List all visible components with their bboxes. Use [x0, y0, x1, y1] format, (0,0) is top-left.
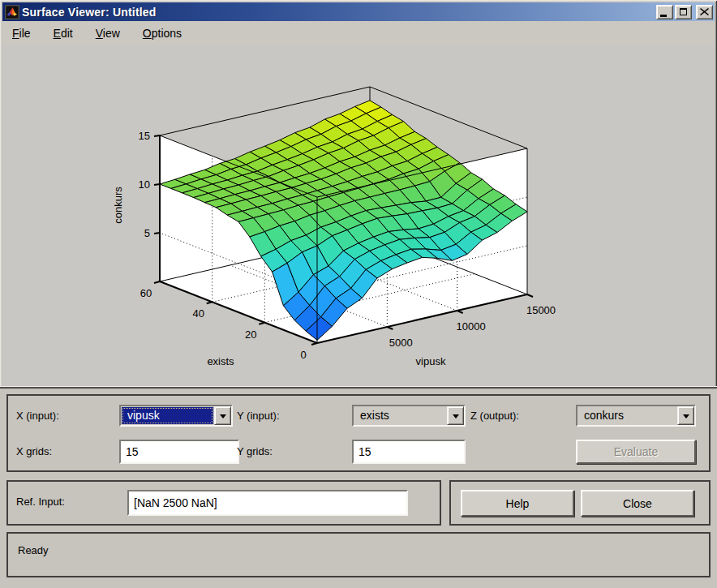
x-grids-label: X grids:	[16, 445, 52, 457]
ref-input-label: Ref. Input:	[16, 496, 65, 508]
x-input-dropdown[interactable]: vipusk	[119, 405, 233, 427]
z-output-dropdown[interactable]: conkurs	[576, 405, 696, 427]
minimize-icon	[660, 15, 667, 17]
x-input-value: vipusk	[122, 407, 213, 424]
y-input-dropdown[interactable]: exists	[352, 405, 466, 427]
surface-viewer-window: Surface Viewer: Untitled FileEditViewOpt…	[0, 0, 717, 588]
status-frame: Ready	[6, 532, 711, 577]
y-grids-label: Y grids:	[237, 445, 273, 457]
z-tick-label: 10	[139, 178, 150, 191]
chevron-down-icon	[453, 414, 459, 422]
z-tick-label: 5	[144, 227, 150, 239]
y-tick	[259, 323, 264, 324]
figure-area: 02040605000100001500051015existsvipuskco…	[2, 45, 715, 386]
y-tick-label: 20	[245, 328, 256, 341]
status-text: Ready	[18, 544, 49, 556]
y-tick-label: 0	[300, 349, 306, 361]
y-tick	[207, 302, 213, 303]
maximize-button[interactable]	[675, 5, 692, 19]
z-tick	[154, 135, 160, 136]
title-bar[interactable]: Surface Viewer: Untitled	[2, 2, 715, 21]
y-input-value: exists	[354, 407, 446, 424]
menu-item-options[interactable]: Options	[135, 24, 190, 43]
ref-input-frame: Ref. Input:	[6, 480, 441, 526]
io-selection-frame: X (input): vipusk Y (input): exists Z (o…	[6, 394, 711, 472]
y-grids-input[interactable]	[352, 440, 466, 464]
x-tick	[457, 311, 463, 313]
y-input-label: Y (input):	[237, 410, 280, 422]
menu-item-file[interactable]: File	[4, 24, 39, 43]
z-tick	[154, 233, 160, 234]
z-tick-label: 15	[139, 130, 150, 142]
maximize-icon	[680, 8, 687, 15]
close-icon	[700, 8, 709, 15]
x-tick	[387, 327, 393, 329]
y-tick	[154, 281, 160, 283]
y-axis-label: exists	[207, 355, 234, 367]
window-title: Surface Viewer: Untitled	[22, 6, 656, 19]
menu-bar: FileEditViewOptions	[2, 21, 715, 45]
menu-item-view[interactable]: View	[88, 24, 128, 43]
z-tick	[154, 184, 160, 185]
minimize-button[interactable]	[656, 5, 673, 19]
x-axis-label: vipusk	[416, 355, 446, 367]
x-tick-label: 10000	[457, 320, 486, 333]
ref-input-field[interactable]	[127, 490, 408, 516]
z-output-dropdown-button[interactable]	[677, 406, 694, 425]
y-tick-label: 40	[192, 307, 204, 320]
menu-item-edit[interactable]: Edit	[45, 24, 81, 43]
x-input-dropdown-button[interactable]	[214, 406, 231, 425]
matlab-logo-icon	[5, 5, 19, 19]
y-input-dropdown-button[interactable]	[447, 406, 464, 425]
z-axis-label: conkurs	[112, 187, 124, 224]
x-tick-label: 15000	[526, 304, 556, 316]
surface-plot[interactable]: 02040605000100001500051015existsvipuskco…	[0, 45, 717, 386]
chevron-down-icon	[220, 414, 226, 422]
y-tick	[311, 343, 317, 345]
close-dialog-button[interactable]: Close	[581, 490, 694, 517]
x-input-label: X (input):	[16, 410, 59, 422]
chevron-down-icon	[683, 414, 689, 422]
evaluate-button[interactable]: Evaluate	[576, 440, 696, 464]
help-button[interactable]: Help	[461, 490, 574, 517]
z-output-value: conkurs	[578, 407, 676, 424]
x-tick	[527, 294, 533, 297]
actions-frame: Help Close	[449, 480, 711, 526]
close-button[interactable]	[696, 5, 713, 19]
x-tick-label: 5000	[389, 337, 413, 349]
x-grids-input[interactable]	[119, 440, 239, 464]
y-tick-label: 60	[140, 287, 152, 299]
z-output-label: Z (output):	[470, 410, 519, 422]
